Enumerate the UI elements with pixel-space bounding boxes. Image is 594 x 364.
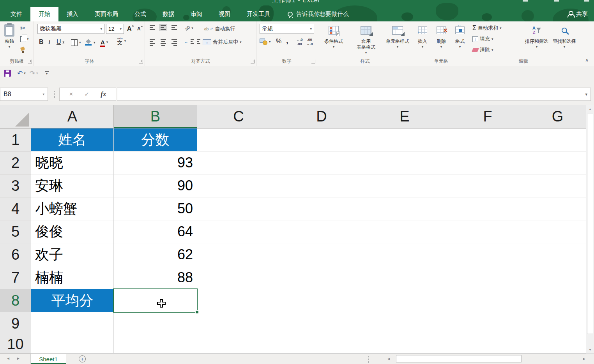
row-header-1[interactable]: 1: [0, 128, 31, 151]
clear-button[interactable]: 清除 ▾: [472, 46, 493, 53]
fill-color-button[interactable]: ▾: [85, 39, 95, 46]
align-right-button[interactable]: [171, 39, 178, 47]
font-name-combo[interactable]: 微软雅黑 ▾: [37, 24, 104, 34]
cell-c9[interactable]: [197, 312, 280, 335]
conditional-formatting-button[interactable]: ≠ 条件格式 ▾: [317, 23, 350, 49]
cell-c4[interactable]: [197, 197, 280, 220]
clipboard-dialog-launcher[interactable]: [28, 60, 32, 63]
select-all-button[interactable]: [0, 105, 31, 128]
row-header-5[interactable]: 5: [0, 220, 31, 243]
comma-style-button[interactable]: ,: [286, 36, 288, 45]
row-header-10[interactable]: 10: [0, 335, 31, 353]
italic-button[interactable]: I: [48, 39, 50, 46]
cell-e1[interactable]: [363, 128, 446, 151]
cell-f6[interactable]: [446, 243, 529, 266]
cell-g4[interactable]: [529, 197, 586, 220]
row-header-6[interactable]: 6: [0, 243, 31, 266]
grow-font-button[interactable]: A: [127, 26, 132, 32]
cut-button[interactable]: ✂: [20, 25, 25, 32]
accounting-format-button[interactable]: ▾: [260, 39, 271, 45]
cell-f9[interactable]: [446, 312, 529, 335]
cell-b1[interactable]: 分数: [114, 128, 197, 151]
fill-handle[interactable]: [195, 310, 199, 314]
cell-g3[interactable]: [529, 174, 586, 197]
tab-view[interactable]: 视图: [210, 7, 239, 21]
vertical-scroll-thumb[interactable]: [587, 114, 593, 334]
formula-expand-icon[interactable]: ▾: [585, 92, 587, 97]
cell-e7[interactable]: [363, 266, 446, 289]
format-as-table-button[interactable]: 套用 表格格式 ▾: [350, 23, 382, 55]
cell-d2[interactable]: [280, 151, 363, 174]
cell-g7[interactable]: [529, 266, 586, 289]
find-select-button[interactable]: 查找和选择 ▾: [551, 23, 578, 49]
cell-a2[interactable]: 晓晓: [31, 151, 114, 174]
align-center-button[interactable]: [160, 39, 167, 47]
cell-c7[interactable]: [197, 266, 280, 289]
sheet-nav-right-button[interactable]: ►: [16, 356, 20, 360]
cell-e3[interactable]: [363, 174, 446, 197]
cell-d3[interactable]: [280, 174, 363, 197]
vertical-scrollbar[interactable]: ▲ ▼: [586, 105, 594, 353]
align-middle-button[interactable]: [160, 25, 167, 31]
column-header-e[interactable]: E: [363, 105, 446, 128]
merge-center-button[interactable]: ↔ 合并后居中 ▾: [203, 39, 242, 46]
cell-d1[interactable]: [280, 128, 363, 151]
font-color-button[interactable]: A ▾: [101, 39, 108, 45]
font-size-combo[interactable]: 12 ▾: [106, 24, 124, 34]
orientation-button[interactable]: ab ▾: [185, 25, 193, 31]
customize-qat-button[interactable]: ▾: [45, 71, 49, 76]
cell-e10[interactable]: [363, 335, 446, 353]
cell-a8[interactable]: 平均分: [31, 289, 114, 312]
cell-styles-button[interactable]: 单元格样式 ▾: [382, 23, 413, 49]
scroll-right-button[interactable]: ►: [582, 357, 586, 361]
cell-a3[interactable]: 安琳: [31, 174, 114, 197]
row-header-8[interactable]: 8: [0, 289, 31, 312]
cell-f10[interactable]: [446, 335, 529, 353]
cell-d6[interactable]: [280, 243, 363, 266]
cell-e4[interactable]: [363, 197, 446, 220]
format-cells-button[interactable]: ↔ 格式 ▾: [451, 23, 469, 49]
cell-d9[interactable]: [280, 312, 363, 335]
cell-e6[interactable]: [363, 243, 446, 266]
alignment-dialog-launcher[interactable]: [251, 60, 255, 63]
cell-c2[interactable]: [197, 151, 280, 174]
tell-me-box[interactable]: 告诉我你想要做什么: [285, 7, 352, 21]
sheet-nav-left-button[interactable]: ◄: [6, 356, 10, 360]
column-header-c[interactable]: C: [197, 105, 280, 128]
cell-e8[interactable]: [363, 289, 446, 312]
formula-input[interactable]: ▾: [117, 88, 591, 101]
cell-d8[interactable]: [280, 289, 363, 312]
scroll-down-button[interactable]: ▼: [586, 346, 594, 353]
cell-c6[interactable]: [197, 243, 280, 266]
cell-b5[interactable]: 64: [114, 220, 197, 243]
scroll-left-button[interactable]: ◄: [387, 357, 391, 361]
number-dialog-launcher[interactable]: [311, 60, 315, 63]
phonetic-guide-button[interactable]: wén 文 ▾: [117, 37, 126, 45]
cell-a1[interactable]: 姓名: [31, 128, 114, 151]
align-top-button[interactable]: [149, 25, 156, 31]
horizontal-scrollbar[interactable]: ◄ ►: [385, 354, 592, 364]
percent-style-button[interactable]: %: [276, 38, 281, 45]
column-header-f[interactable]: F: [446, 105, 529, 128]
align-left-button[interactable]: [149, 39, 156, 47]
cell-c8[interactable]: [197, 289, 280, 312]
shrink-font-button[interactable]: A: [137, 26, 141, 31]
cell-c5[interactable]: [197, 220, 280, 243]
cell-b3[interactable]: 90: [114, 174, 197, 197]
cell-c10[interactable]: [197, 335, 280, 353]
cell-e5[interactable]: [363, 220, 446, 243]
tab-home[interactable]: 开始: [30, 7, 58, 21]
cell-e2[interactable]: [363, 151, 446, 174]
wrap-text-button[interactable]: ab↵ 自动换行: [204, 25, 235, 32]
cell-c1[interactable]: [197, 128, 280, 151]
add-sheet-button[interactable]: +: [79, 355, 86, 362]
cell-f5[interactable]: [446, 220, 529, 243]
tab-formulas[interactable]: 公式: [126, 7, 154, 21]
format-painter-button[interactable]: [20, 47, 25, 53]
cell-f7[interactable]: [446, 266, 529, 289]
cell-g1[interactable]: [529, 128, 586, 151]
underline-button[interactable]: U ▾: [57, 39, 64, 46]
cell-c3[interactable]: [197, 174, 280, 197]
name-box-splitter[interactable]: [54, 91, 55, 98]
cell-g5[interactable]: [529, 220, 586, 243]
